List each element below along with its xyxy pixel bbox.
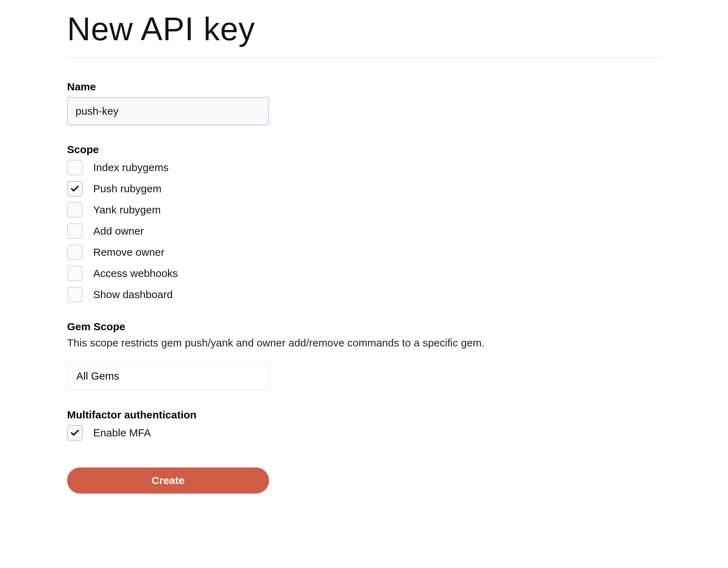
page-title: New API key — [67, 11, 661, 48]
check-icon — [70, 184, 80, 194]
scope-option-label: Access webhooks — [93, 267, 178, 279]
scope-checkbox[interactable] — [67, 266, 83, 281]
scope-row: Yank rubygem — [67, 202, 661, 218]
scope-option-label: Push rubygem — [93, 183, 161, 195]
scope-section: Scope Index rubygemsPush rubygemYank rub… — [67, 144, 661, 302]
mfa-label: Multifactor authentication — [67, 409, 661, 421]
scope-checkbox[interactable] — [67, 223, 83, 239]
scope-option-label: Remove owner — [93, 246, 165, 258]
gem-scope-section: Gem Scope This scope restricts gem push/… — [67, 321, 661, 391]
mfa-row: Enable MFA — [67, 425, 661, 441]
mfa-option-label: Enable MFA — [93, 427, 151, 439]
name-input[interactable] — [67, 97, 269, 125]
scope-row: Index rubygems — [67, 160, 661, 175]
mfa-section: Multifactor authentication Enable MFA — [67, 409, 661, 441]
scope-label: Scope — [67, 144, 661, 156]
scope-row: Show dashboard — [67, 287, 661, 302]
check-icon — [70, 428, 80, 438]
scope-checkbox[interactable] — [67, 181, 83, 197]
scope-checkbox[interactable] — [67, 287, 83, 302]
scope-row: Access webhooks — [67, 266, 661, 281]
scope-row: Remove owner — [67, 244, 661, 260]
gem-scope-label: Gem Scope — [67, 321, 661, 333]
mfa-checkbox[interactable] — [67, 425, 83, 441]
scope-checkbox[interactable] — [67, 160, 83, 175]
name-section: Name — [67, 81, 661, 125]
divider — [67, 58, 661, 58]
scope-option-label: Index rubygems — [93, 162, 168, 174]
gem-scope-selected: All Gems — [76, 370, 119, 382]
scope-option-label: Show dashboard — [93, 289, 173, 301]
scope-row: Add owner — [67, 223, 661, 239]
scope-checkbox[interactable] — [67, 202, 83, 218]
create-button[interactable]: Create — [67, 467, 269, 494]
scope-option-label: Add owner — [93, 225, 144, 237]
scope-checkbox[interactable] — [67, 244, 83, 260]
scope-option-label: Yank rubygem — [93, 204, 161, 216]
gem-scope-select[interactable]: All Gems — [67, 362, 269, 391]
name-label: Name — [67, 81, 661, 93]
scope-row: Push rubygem — [67, 181, 661, 197]
gem-scope-help: This scope restricts gem push/yank and o… — [67, 337, 661, 349]
